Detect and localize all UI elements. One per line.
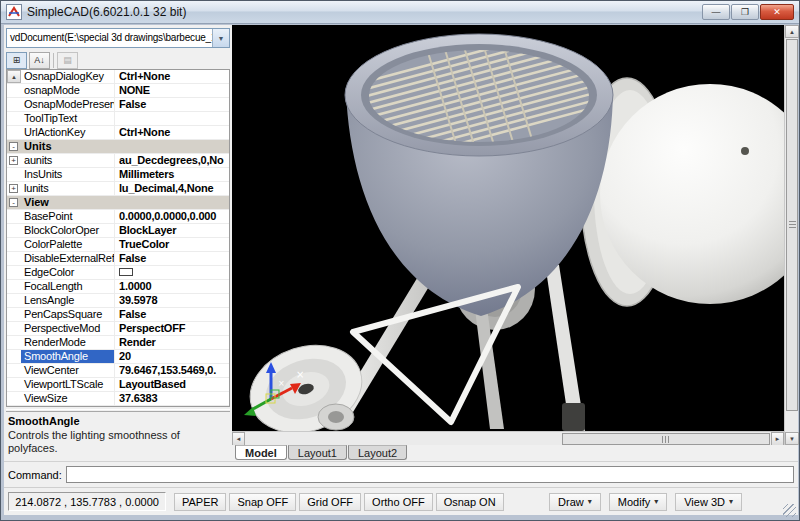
property-value: PerspectOFF <box>115 322 229 335</box>
collapse-icon[interactable]: - <box>9 198 18 207</box>
property-name: PerspectiveMod <box>21 322 115 335</box>
window-title: SimpleCAD(6.6021.0.1 32 bit) <box>27 5 701 19</box>
command-input[interactable] <box>66 466 794 483</box>
scroll-up-button[interactable]: ▲ <box>785 25 799 38</box>
property-row[interactable]: LensAngle39.5978 <box>7 294 229 308</box>
collapse-icon[interactable]: - <box>9 142 18 151</box>
property-row[interactable]: ToolTipText <box>7 112 229 126</box>
property-name: ViewportLTScale <box>21 378 115 391</box>
property-value: NONE <box>115 84 229 97</box>
coordinate-display: 214.0872 , 135.7783 , 0.0000 <box>8 492 166 511</box>
status-bar: 214.0872 , 135.7783 , 0.0000 PAPER Snap … <box>4 487 798 515</box>
property-row[interactable]: ViewCenter79.6467,153.5469,0. <box>7 364 229 378</box>
tab-layout2[interactable]: Layout2 <box>348 445 407 460</box>
scroll-up-button[interactable]: ▲ <box>7 70 21 83</box>
minimize-button[interactable]: — <box>702 4 730 20</box>
property-name: LensAngle <box>21 294 115 307</box>
combobox-dropdown-button[interactable]: ▼ <box>212 29 229 47</box>
arrow-up-icon: ▲ <box>789 29 795 35</box>
document-combobox[interactable]: vdDocument(E:\special 3d drawings\barbec… <box>6 28 230 48</box>
property-name: ViewSize <box>21 392 115 405</box>
property-value: Render <box>115 336 229 349</box>
arrow-up-icon: ▲ <box>11 74 17 80</box>
panel-splitter[interactable] <box>6 409 230 412</box>
title-bar[interactable]: SimpleCAD(6.6021.0.1 32 bit) — ❐ ✕ <box>1 1 799 24</box>
property-row[interactable]: ViewportLTScaleLayoutBased <box>7 378 229 392</box>
property-row[interactable]: PenCapsSquareFalse <box>7 308 229 322</box>
toolbar-separator <box>53 53 54 68</box>
property-category-row[interactable]: -View <box>7 196 229 210</box>
modify-menu-button[interactable]: Modify▾ <box>609 493 667 511</box>
category-name: View <box>21 196 49 209</box>
property-row[interactable]: OsnapModePreserveFalse <box>7 98 229 112</box>
property-grid[interactable]: ▲ OsnapDialogKeyCtrl+None osnapModeNONE … <box>6 69 230 407</box>
property-row-selected[interactable]: SmoothAngle20 <box>7 350 229 364</box>
property-name: RenderMode <box>21 336 115 349</box>
command-label: Command: <box>8 469 62 481</box>
property-value: 39.5978 <box>115 294 229 307</box>
scroll-down-button[interactable]: ▼ <box>785 432 799 445</box>
scroll-left-button[interactable]: ◄ <box>232 432 245 446</box>
property-name: ColorPalette <box>21 238 115 251</box>
property-row[interactable]: PerspectiveModPerspectOFF <box>7 322 229 336</box>
horizontal-scrollbar-thumb[interactable] <box>562 433 770 445</box>
property-row[interactable]: OsnapDialogKeyCtrl+None <box>7 70 229 84</box>
grid-toggle[interactable]: Grid OFF <box>299 493 361 511</box>
property-row[interactable]: ViewSize37.6383 <box>7 392 229 406</box>
expand-icon[interactable]: + <box>9 184 18 193</box>
alphabetical-sort-button[interactable]: A↓ <box>29 52 50 69</box>
property-name: PenCapsSquare <box>21 308 115 321</box>
property-name: InsUnits <box>21 168 115 181</box>
property-name: aunits <box>21 154 115 167</box>
viewport-horizontal-scrollbar[interactable]: ◄ ► <box>232 431 784 445</box>
vertical-scrollbar-thumb[interactable] <box>786 39 798 411</box>
property-value: False <box>115 252 229 265</box>
property-description-title: SmoothAngle <box>8 415 230 427</box>
property-value: 37.6383 <box>115 392 229 405</box>
ortho-toggle[interactable]: Ortho OFF <box>364 493 433 511</box>
minimize-icon: — <box>712 8 721 17</box>
scroll-right-button[interactable]: ► <box>771 432 784 446</box>
viewport-vertical-scrollbar[interactable]: ▲ ▼ <box>784 25 798 445</box>
property-row[interactable]: DisableExternalRefeFalse <box>7 252 229 266</box>
property-name: EdgeColor <box>21 266 115 279</box>
property-name: SmoothAngle <box>21 350 115 363</box>
lid-vent <box>741 147 749 155</box>
layout-tab-bar: Model Layout1 Layout2 <box>232 445 798 461</box>
window-controls: — ❐ ✕ <box>701 4 794 20</box>
snap-toggle[interactable]: Snap OFF <box>229 493 296 511</box>
draw-menu-label: Draw <box>558 496 584 508</box>
view3d-menu-button[interactable]: View 3D▾ <box>675 493 742 511</box>
viewport-3d[interactable]: × × <box>232 25 784 431</box>
expand-icon[interactable]: + <box>9 156 18 165</box>
property-name: lunits <box>21 182 115 195</box>
property-row[interactable]: BasePoint0.0000,0.0000,0.000 <box>7 210 229 224</box>
property-row[interactable]: UrlActionKeyCtrl+None <box>7 126 229 140</box>
property-row[interactable]: RenderModeRender <box>7 336 229 350</box>
osnap-toggle[interactable]: Osnap ON <box>436 493 504 511</box>
resize-grip[interactable] <box>783 504 796 517</box>
property-row[interactable]: osnapModeNONE <box>7 84 229 98</box>
property-name: ViewCenter <box>21 364 115 377</box>
property-row[interactable]: FocalLength1.0000 <box>7 280 229 294</box>
property-row[interactable]: BlockColorOperBlockLayer <box>7 224 229 238</box>
property-row[interactable]: EdgeColor <box>7 266 229 280</box>
tab-layout1[interactable]: Layout1 <box>288 445 347 460</box>
close-button[interactable]: ✕ <box>760 4 794 20</box>
property-pages-icon: ▤ <box>63 55 72 65</box>
tab-model[interactable]: Model <box>235 445 287 460</box>
property-row[interactable]: ColorPaletteTrueColor <box>7 238 229 252</box>
draw-menu-button[interactable]: Draw▾ <box>549 493 601 511</box>
edge-color-swatch[interactable] <box>119 268 133 276</box>
property-name: OsnapModePreserve <box>21 98 115 111</box>
property-row[interactable]: +aunitsau_Decdegrees,0,No <box>7 154 229 168</box>
app-icon <box>6 4 22 20</box>
property-row[interactable]: InsUnitsMillimeters <box>7 168 229 182</box>
paper-toggle[interactable]: PAPER <box>174 493 226 511</box>
property-row[interactable]: +lunitslu_Decimal,4,None <box>7 182 229 196</box>
property-value: 79.6467,153.5469,0. <box>115 364 229 377</box>
categorized-button[interactable]: ⊞ <box>6 52 27 69</box>
property-name: osnapMode <box>21 84 115 97</box>
property-category-row[interactable]: -Units <box>7 140 229 154</box>
maximize-button[interactable]: ❐ <box>731 4 759 20</box>
